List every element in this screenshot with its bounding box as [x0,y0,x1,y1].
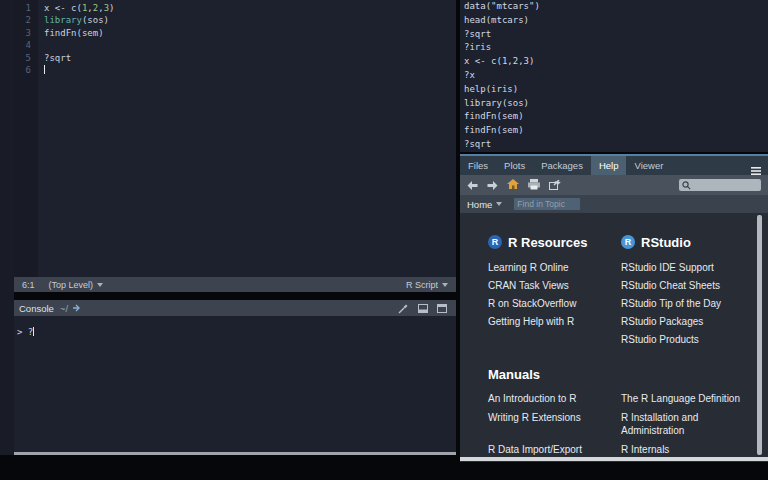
clean-console-icon[interactable] [398,303,409,314]
history-line[interactable]: ?iris [460,41,768,55]
code-line[interactable]: 6 [14,64,456,76]
help-tabbar-tabs: FilesPlotsPackagesHelpViewer [460,156,671,175]
section-heading: RR Resources [488,233,621,251]
section-title: RStudio [641,235,691,250]
console-body[interactable]: > ? [14,316,456,339]
help-horizontal-scrollbar[interactable] [460,457,768,461]
help-search-input[interactable] [679,179,761,191]
tab-viewer[interactable]: Viewer [626,156,671,175]
history-line[interactable]: help(iris) [460,83,768,97]
history-line[interactable]: ?sqrt [460,28,768,42]
chevron-down-icon [97,283,103,287]
line-number: 2 [14,14,38,26]
code-token: findFn(sem) [44,28,104,38]
popout-icon[interactable] [73,304,82,312]
scope-label: (Top Level) [49,280,94,290]
manual-link[interactable]: Writing R Extensions [488,411,621,437]
open-in-new-window-icon[interactable] [549,176,561,194]
section-links: RStudio IDE SupportRStudio Cheat SheetsR… [621,259,752,349]
code-line[interactable]: 4 [14,39,456,51]
code-text [38,64,45,76]
help-link[interactable]: Learning R Online [488,259,621,277]
code-token: ) [109,3,114,13]
chevron-down-icon [442,283,448,287]
console-header: Console ~/ [14,300,456,316]
manual-link[interactable]: An Introduction to R [488,392,621,405]
history-line[interactable]: data("mtcars") [460,0,768,14]
line-number: 3 [14,27,38,39]
history-line[interactable]: findFn(sem) [460,110,768,124]
help-home-label: Home [467,199,492,210]
console-cursor [33,327,34,336]
tab-files[interactable]: Files [460,156,496,175]
resource-section: RR ResourcesLearning R OnlineCRAN Task V… [488,233,621,349]
maximize-pane-icon[interactable] [437,304,447,313]
code-line[interactable]: 5?sqrt [14,52,456,64]
code-line[interactable]: 1x <- c(1,2,3) [14,2,456,14]
history-line[interactable]: findFn(sem) [460,124,768,138]
help-vertical-scrollbar[interactable] [757,215,762,455]
back-icon[interactable] [467,176,478,194]
editor-left-margin [0,0,14,455]
source-status-bar: 6:1 (Top Level) R Script [14,277,456,292]
history-line[interactable]: x <- c(1,2,3) [460,55,768,69]
history-line[interactable]: ?sqrt [460,138,768,152]
r-logo: R [488,235,502,249]
code-text: x <- c(1,2,3) [38,2,114,14]
history-line[interactable]: ?x [460,69,768,83]
help-toolbar [460,175,768,195]
manual-link[interactable]: The R Language Definition [621,392,752,405]
print-icon[interactable] [528,176,540,194]
scope-selector[interactable]: (Top Level) [49,280,104,290]
home-icon[interactable] [507,176,519,194]
chevron-down-icon [496,202,502,206]
console-horizontal-scrollbar[interactable] [14,452,456,455]
code-line[interactable]: 2library(sos) [14,14,456,26]
code-line[interactable]: 3findFn(sem) [14,27,456,39]
help-link[interactable]: Getting Help with R [488,313,621,331]
history-pane: data("mtcars")head(mtcars)?sqrt?irisx <-… [460,0,768,152]
file-type-selector[interactable]: R Script [406,280,448,290]
manuals-heading: Manuals [488,367,768,382]
code-token: x <- c( [44,3,82,13]
section-title: R Resources [508,235,587,250]
help-link[interactable]: RStudio IDE Support [621,259,752,277]
console-working-dir: ~/ [60,303,68,314]
line-number: 4 [14,39,38,51]
help-link[interactable]: RStudio Packages [621,313,752,331]
help-link[interactable]: R on StackOverflow [488,295,621,313]
help-home-dropdown[interactable]: Home [467,199,502,210]
help-link[interactable]: RStudio Products [621,331,752,349]
code-token: (sos) [82,15,109,25]
help-link[interactable]: RStudio Cheat Sheets [621,277,752,295]
section-heading: RRStudio [621,233,752,251]
console-tab-label[interactable]: Console [19,303,54,314]
minimize-pane-icon[interactable] [418,304,428,313]
cursor-position: 6:1 [22,280,35,290]
tab-help[interactable]: Help [591,156,627,175]
code-text: findFn(sem) [38,27,104,39]
tab-packages[interactable]: Packages [533,156,591,175]
manual-link[interactable]: R Internals [621,443,752,456]
manuals-grid: An Introduction to RThe R Language Defin… [488,392,752,456]
manual-link[interactable]: R Installation and Administration [621,411,752,437]
console-prompt: > ? [17,327,33,337]
help-link[interactable]: RStudio Tip of the Day [621,295,752,313]
manual-link[interactable]: R Data Import/Export [488,443,621,456]
tab-plots[interactable]: Plots [496,156,533,175]
line-number: 6 [14,64,38,76]
console-pane: Console ~/ > ? [14,300,456,452]
editor-cursor [44,65,45,74]
line-number: 1 [14,2,38,14]
history-line[interactable]: library(sos) [460,97,768,111]
forward-icon[interactable] [487,176,498,194]
section-links: Learning R OnlineCRAN Task ViewsR on Sta… [488,259,621,331]
help-pane: FilesPlotsPackagesHelpViewer Home [460,154,768,462]
menu-icon[interactable] [751,161,761,179]
history-line[interactable]: head(mtcars) [460,14,768,28]
find-in-topic-input[interactable] [514,198,580,210]
help-tabbar: FilesPlotsPackagesHelpViewer [460,156,768,175]
code-text [38,39,44,51]
code-token: library [44,15,82,25]
help-link[interactable]: CRAN Task Views [488,277,621,295]
